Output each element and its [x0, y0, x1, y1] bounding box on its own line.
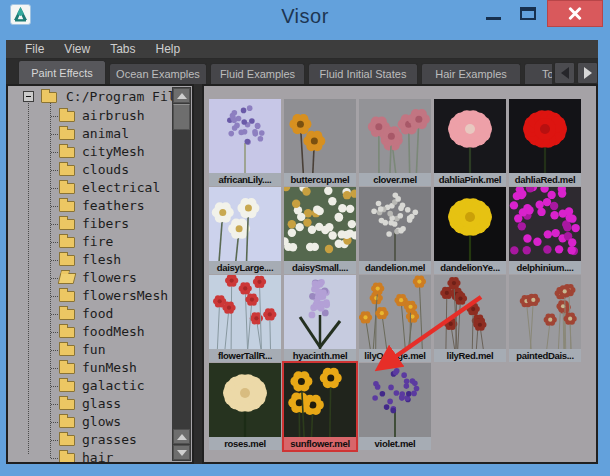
folder-icon [59, 363, 75, 374]
folder-icon [59, 327, 75, 338]
tab-strip: Paint EffectsOcean ExamplesFluid Example… [18, 60, 552, 84]
tree-connector [51, 350, 58, 351]
tree-item-foodmesh[interactable]: foodMesh [8, 323, 192, 341]
menu-file[interactable]: File [15, 40, 54, 59]
thumbnail-image [509, 187, 581, 261]
tree-item-electrical[interactable]: electrical [8, 179, 192, 197]
tree-item-flesh[interactable]: flesh [8, 251, 192, 269]
brush-thumbnail-lilyred-mel[interactable]: lilyRed.mel [434, 275, 506, 362]
tree-item-animal[interactable]: animal [8, 125, 192, 143]
brush-thumbnail-daisysmall-[interactable]: daisySmall.... [284, 187, 356, 274]
tree-item-label: flowers [82, 269, 137, 287]
menubar: FileViewTabsHelp [6, 40, 598, 59]
tree-item-clouds[interactable]: clouds [8, 161, 192, 179]
tree-item-c-program-files[interactable]: C:/Program Files [8, 88, 192, 106]
tree-item-funmesh[interactable]: funMesh [8, 359, 192, 377]
panel-splitter[interactable] [194, 84, 202, 464]
content-area: C:/Program FilesairbrushanimalcityMeshcl… [6, 84, 598, 464]
tab-hair-examples[interactable]: Hair Examples [421, 63, 521, 84]
minimize-icon [486, 17, 501, 20]
tree-connector [51, 404, 58, 405]
tree-item-fun[interactable]: fun [8, 341, 192, 359]
tree-item-flowers[interactable]: flowers [8, 269, 192, 287]
tree-item-label: animal [82, 125, 129, 143]
scroll-up-button[interactable] [173, 88, 190, 103]
minimize-button[interactable] [478, 0, 508, 27]
tree-item-feathers[interactable]: feathers [8, 197, 192, 215]
brush-thumbnail-dahliapink-mel[interactable]: dahliaPink.mel [434, 99, 506, 186]
brush-thumbnail-clover-mel[interactable]: clover.mel [359, 99, 431, 186]
thumbnail-image [284, 275, 356, 349]
folder-icon [59, 129, 75, 140]
tree-connector [51, 152, 58, 153]
menu-help[interactable]: Help [146, 40, 191, 59]
tree-item-airbrush[interactable]: airbrush [8, 107, 192, 125]
folder-icon [59, 165, 75, 176]
tab-fluid-initial-states[interactable]: Fluid Initial States [308, 63, 418, 84]
tree-item-hair[interactable]: hair [8, 449, 192, 464]
brush-thumbnail-dandelion-mel[interactable]: dandelion.mel [359, 187, 431, 274]
brush-thumbnail-painteddais-[interactable]: paintedDais... [509, 275, 581, 362]
chevron-left-icon [561, 67, 569, 79]
scrollbar-thumb[interactable] [173, 104, 190, 130]
tree-item-glows[interactable]: glows [8, 413, 192, 431]
brush-thumbnail-sunflower-mel[interactable]: sunflower.mel [284, 363, 356, 450]
brush-thumbnail-buttercup-mel[interactable]: buttercup.mel [284, 99, 356, 186]
tab-toon[interactable]: Toon [524, 63, 552, 84]
scroll-down-button[interactable] [173, 445, 190, 460]
brush-thumbnail-delphinium-[interactable]: delphinium.... [509, 187, 581, 274]
tree-item-fibers[interactable]: fibers [8, 215, 192, 233]
tab-paint-effects[interactable]: Paint Effects [18, 60, 106, 84]
menu-view[interactable]: View [54, 40, 100, 59]
brush-thumbnail-dahliared-mel[interactable]: dahliaRed.mel [509, 99, 581, 186]
brush-thumbnail-lilyorange-mel[interactable]: lilyOrange.mel [359, 275, 431, 362]
folder-icon [59, 237, 75, 248]
tree-connector [51, 278, 58, 279]
tree-item-glass[interactable]: glass [8, 395, 192, 413]
titlebar[interactable]: Visor [0, 0, 610, 40]
tree-item-label: flowersMesh [82, 287, 168, 305]
folder-icon [59, 147, 75, 158]
tree-connector [51, 368, 58, 369]
tab-ocean-examples[interactable]: Ocean Examples [109, 63, 207, 84]
brush-thumbnail-dandelionye-[interactable]: dandelionYe... [434, 187, 506, 274]
tree-item-label: flesh [82, 251, 121, 269]
thumbnail-label: daisySmall.... [284, 261, 356, 274]
tree-connector [51, 170, 58, 171]
tree-scrollbar[interactable] [172, 87, 191, 461]
tree-item-label: feathers [82, 197, 145, 215]
tree-connector [51, 224, 58, 225]
thumbnail-image [359, 99, 431, 173]
tree-item-label: hair [82, 449, 113, 464]
menu-tabs[interactable]: Tabs [100, 40, 145, 59]
maximize-button[interactable] [513, 0, 543, 27]
tree-item-citymesh[interactable]: cityMesh [8, 143, 192, 161]
thumbnail-label: daisyLarge.... [209, 261, 281, 274]
thumbnail-label: delphinium.... [509, 261, 581, 274]
brush-thumbnail-violet-mel[interactable]: violet.mel [359, 363, 431, 450]
thumbnail-label: buttercup.mel [284, 173, 356, 186]
tree-connector [51, 458, 58, 459]
tree-connector [51, 314, 58, 315]
brush-thumbnail-roses-mel[interactable]: roses.mel [209, 363, 281, 450]
tab-scroll-right-button[interactable] [577, 62, 598, 84]
brush-thumbnail-flowertallr-[interactable]: flowerTallR... [209, 275, 281, 362]
tree-item-grasses[interactable]: grasses [8, 431, 192, 449]
tree-item-label: galactic [82, 377, 145, 395]
brush-thumbnail-africanlily-[interactable]: africanLily.... [209, 99, 281, 186]
tree-item-flowersmesh[interactable]: flowersMesh [8, 287, 192, 305]
tab-scroll-left-button[interactable] [554, 62, 575, 84]
tree-item-label: cityMesh [82, 143, 145, 161]
tab-fluid-examples[interactable]: Fluid Examples [210, 63, 305, 84]
tree-item-galactic[interactable]: galactic [8, 377, 192, 395]
thumbnail-label: lilyRed.mel [434, 349, 506, 362]
collapse-icon[interactable] [23, 91, 34, 102]
brush-thumbnail-daisylarge-[interactable]: daisyLarge.... [209, 187, 281, 274]
tree-item-food[interactable]: food [8, 305, 192, 323]
close-button[interactable] [547, 0, 603, 27]
brush-thumbnail-hyacinth-mel[interactable]: hyacinth.mel [284, 275, 356, 362]
scroll-up-button-bottom[interactable] [173, 429, 190, 444]
tree-item-label: airbrush [82, 107, 145, 125]
folder-icon [59, 255, 75, 266]
tree-item-fire[interactable]: fire [8, 233, 192, 251]
